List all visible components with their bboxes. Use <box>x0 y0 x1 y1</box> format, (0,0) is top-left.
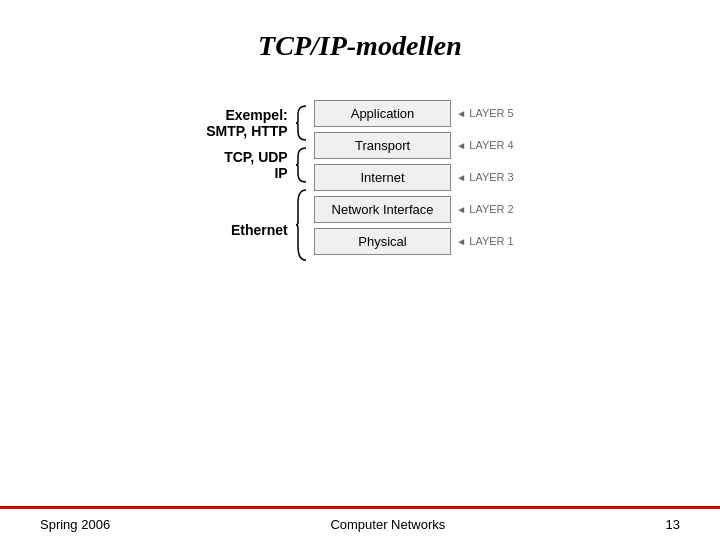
layer3-label: ◄ LAYER 3 <box>456 171 513 183</box>
brace-smtp-icon <box>292 104 308 142</box>
layer-internet: Internet ◄ LAYER 3 <box>314 164 514 191</box>
arrow5-icon: ◄ <box>456 108 466 119</box>
brace-ethernet-icon <box>292 188 308 262</box>
footer-left: Spring 2006 <box>40 517 110 532</box>
layer-transport: Transport ◄ LAYER 4 <box>314 132 514 159</box>
layer-application: Application ◄ LAYER 5 <box>314 100 514 127</box>
physical-box: Physical <box>314 228 452 255</box>
annotations-left: Exempel: SMTP, HTTP TCP, UDP IP <box>206 92 307 262</box>
internet-box: Internet <box>314 164 452 191</box>
arrow1-icon: ◄ <box>456 236 466 247</box>
layer-network-interface: Network Interface ◄ LAYER 2 <box>314 196 514 223</box>
diagram-layers: Application ◄ LAYER 5 Transport ◄ LAYER … <box>314 100 514 255</box>
footer-content: Spring 2006 Computer Networks 13 <box>0 513 720 540</box>
layer-physical: Physical ◄ LAYER 1 <box>314 228 514 255</box>
example-label: Exempel: <box>206 107 287 123</box>
footer-right: 13 <box>666 517 680 532</box>
layer2-label: ◄ LAYER 2 <box>456 203 513 215</box>
application-box: Application <box>314 100 452 127</box>
network-interface-box: Network Interface <box>314 196 452 223</box>
arrow4-icon: ◄ <box>456 140 466 151</box>
arrow3-icon: ◄ <box>456 172 466 183</box>
smtp-http-label: SMTP, HTTP <box>206 123 287 139</box>
footer: Spring 2006 Computer Networks 13 <box>0 506 720 540</box>
footer-line <box>0 506 720 509</box>
footer-center: Computer Networks <box>330 517 445 532</box>
tcp-udp-label: TCP, UDP <box>224 149 288 165</box>
slide-title: TCP/IP-modellen <box>40 30 680 62</box>
layer4-label: ◄ LAYER 4 <box>456 139 513 151</box>
main-content: Exempel: SMTP, HTTP TCP, UDP IP <box>40 92 680 262</box>
layer1-label: ◄ LAYER 1 <box>456 235 513 247</box>
arrow2-icon: ◄ <box>456 204 466 215</box>
ethernet-label: Ethernet <box>231 222 288 238</box>
brace-tcp-icon <box>292 146 308 184</box>
transport-box: Transport <box>314 132 452 159</box>
layer5-label: ◄ LAYER 5 <box>456 107 513 119</box>
slide: TCP/IP-modellen Exempel: SMTP, HTTP TCP,… <box>0 0 720 540</box>
ip-label: IP <box>224 165 288 181</box>
